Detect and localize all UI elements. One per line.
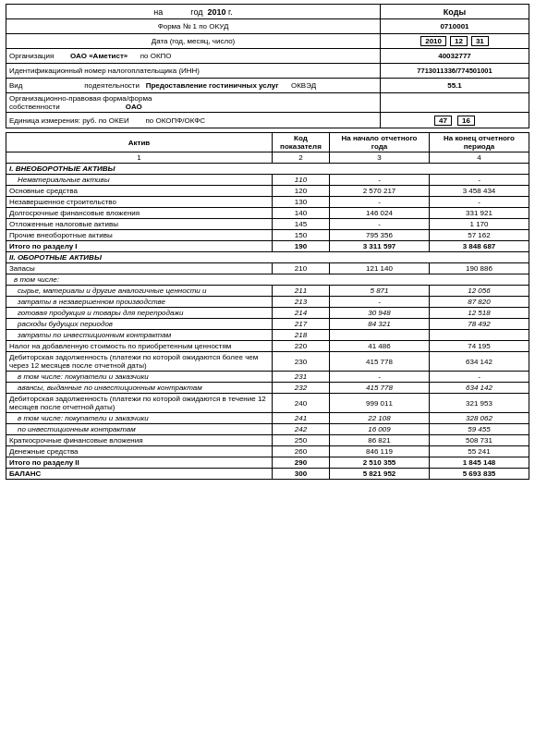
row-code: 110	[272, 175, 329, 186]
okopf-code1: 47	[434, 116, 452, 126]
row-end: 508 731	[429, 435, 529, 446]
row-end: -	[429, 372, 529, 383]
row-name: Налог на добавленную стоимость по приобр…	[6, 341, 273, 352]
row-name: затраты по инвестиционным контрактам	[6, 330, 273, 341]
row-start: 84 321	[330, 319, 430, 330]
row-end: 87 820	[429, 297, 529, 308]
okpo-label: по ОКПО	[140, 52, 172, 60]
row-code: 150	[272, 230, 329, 241]
row-start: 5 821 952	[330, 469, 430, 480]
row-code: 240	[272, 394, 329, 413]
form-code: 0710001	[440, 22, 468, 30]
row-start: 30 948	[330, 308, 430, 319]
row-code: 250	[272, 435, 329, 446]
row-end: 5 693 835	[429, 469, 529, 480]
row-start: 16 009	[330, 424, 430, 435]
row-start: 121 140	[330, 263, 430, 274]
row-end: 57 162	[429, 230, 529, 241]
row-name: Основные средства	[6, 186, 273, 197]
row-code: 241	[272, 413, 329, 424]
row-start: -	[330, 197, 430, 208]
table-row: Отложенные налоговые активы 145 - 1 170	[6, 219, 529, 230]
row-code: 300	[272, 469, 329, 480]
inn-code: 7713011336/774501001	[417, 67, 492, 75]
row-start: 86 821	[330, 435, 430, 446]
row-name: Нематериальные активы	[6, 175, 273, 186]
row-code: 210	[272, 263, 329, 274]
table-row: готовая продукция и товары для перепрода…	[6, 308, 529, 319]
row-end: 328 062	[429, 413, 529, 424]
row-code: 140	[272, 208, 329, 219]
col-header-name: Актив	[6, 133, 273, 152]
row-code: 218	[272, 330, 329, 341]
col-num-1: 1	[6, 152, 273, 164]
row-name: Прочие внеоборотные активы	[6, 230, 273, 241]
row-code: 217	[272, 319, 329, 330]
table-row: БАЛАНС 300 5 821 952 5 693 835	[6, 469, 529, 480]
table-row: затраты в незавершенном производстве 213…	[6, 297, 529, 308]
row-start: 3 311 597	[330, 241, 430, 252]
table-row: в том числе: покупатели и заказчики 241 …	[6, 413, 529, 424]
row-start: 795 356	[330, 230, 430, 241]
row-end: 3 458 434	[429, 186, 529, 197]
activity-value: Предоставление гостиничных услуг	[146, 81, 279, 90]
row-start: 2 570 217	[330, 186, 430, 197]
col-num-3: 3	[330, 152, 430, 164]
row-start: -	[330, 175, 430, 186]
row-start: -	[330, 219, 430, 230]
table-row: Запасы 210 121 140 190 886	[6, 263, 529, 274]
row-code: 213	[272, 297, 329, 308]
row-end: -	[429, 197, 529, 208]
table-row: в том числе:	[6, 274, 529, 286]
row-code: 130	[272, 197, 329, 208]
year-label: год	[190, 7, 202, 17]
year-value: 2010	[207, 7, 225, 17]
okved-label-inline: по	[84, 81, 92, 90]
row-end: 634 142	[429, 352, 529, 372]
section-label: I. ВНЕОБОРОТНЫЕ АКТИВЫ	[6, 164, 529, 175]
row-name: Запасы	[6, 263, 273, 274]
col-header-start: На начало отчетного года	[330, 133, 430, 152]
okved-label: ОКВЭД	[291, 81, 316, 90]
col-header-end: На конец отчетного периода	[429, 133, 529, 152]
row-end: 78 492	[429, 319, 529, 330]
table-row: Итого по разделу I 190 3 311 597 3 848 6…	[6, 241, 529, 252]
row-start: 2 510 355	[330, 457, 430, 469]
table-row: расходы будущих периодов 217 84 321 78 4…	[6, 319, 529, 330]
row-start: 41 486	[330, 341, 430, 352]
row-code: 260	[272, 446, 329, 457]
row-code: 220	[272, 341, 329, 352]
row-start: -	[330, 297, 430, 308]
row-name: Дебиторская задолженность (платежи по ко…	[6, 352, 273, 372]
row-start: 22 108	[330, 413, 430, 424]
row-end: 321 953	[429, 394, 529, 413]
table-row: Краткосрочные финансовые вложения 250 86…	[6, 435, 529, 446]
table-row: Итого по разделу II 290 2 510 355 1 845 …	[6, 457, 529, 469]
org-form-label: Организационно-правовая форма/форма	[9, 94, 152, 103]
balance-table: Актив Код показателя На начало отчетного…	[6, 132, 529, 480]
okopf-label: по ОКОПФ/ОКФС	[146, 116, 206, 125]
row-end: 59 455	[429, 424, 529, 435]
row-start: -	[330, 372, 430, 383]
row-name: в том числе: покупатели и заказчики	[6, 413, 273, 424]
org-name: ОАО «Аметист»	[70, 52, 128, 60]
codes-label: Коды	[444, 7, 466, 17]
date-day: 31	[471, 36, 489, 46]
row-name: затраты в незавершенном производстве	[6, 297, 273, 308]
row-code: 290	[272, 457, 329, 469]
table-row: Основные средства 120 2 570 217 3 458 43…	[6, 186, 529, 197]
row-start: 415 778	[330, 352, 430, 372]
year-suffix: г.	[228, 7, 233, 17]
row-start	[330, 330, 430, 341]
row-name: в том числе:	[6, 274, 529, 286]
table-row: сырье, материалы и другие аналогичные це…	[6, 286, 529, 297]
col-header-code: Код показателя	[272, 133, 329, 152]
date-prefix: на	[153, 7, 163, 17]
row-end: 3 848 687	[429, 241, 529, 252]
table-row: по инвестиционным контрактам 242 16 009 …	[6, 424, 529, 435]
row-end: 1 845 148	[429, 457, 529, 469]
row-code: 230	[272, 352, 329, 372]
row-name: Отложенные налоговые активы	[6, 219, 273, 230]
row-end: 55 241	[429, 446, 529, 457]
row-name: по инвестиционным контрактам	[6, 424, 273, 435]
